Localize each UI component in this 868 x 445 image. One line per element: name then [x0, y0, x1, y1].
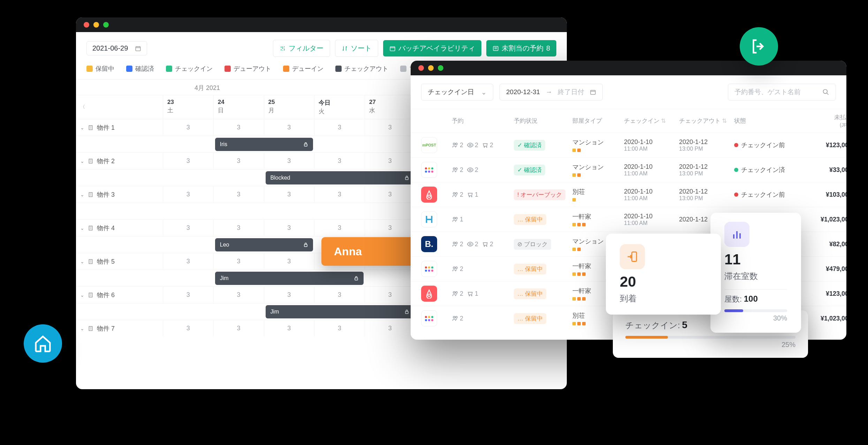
availability-count[interactable]: 3: [314, 152, 365, 169]
svg-rect-5: [304, 144, 307, 146]
svg-point-31: [456, 242, 457, 244]
status-badge: … 保留中: [514, 214, 570, 225]
svg-point-21: [470, 144, 471, 146]
availability-count[interactable]: 3: [264, 219, 315, 236]
date-picker[interactable]: 2021-06-29: [86, 41, 147, 55]
availability-count[interactable]: 3: [214, 119, 264, 136]
svg-point-39: [456, 316, 457, 318]
property-row-header[interactable]: ⌄ 物件 6: [76, 286, 163, 303]
lock-icon: [303, 142, 308, 147]
reservation-bar[interactable]: Jim: [215, 272, 364, 285]
availability-count[interactable]: 3: [214, 253, 264, 270]
checkin-time: 2020-1-1011:00 AM: [624, 213, 676, 226]
sort-button[interactable]: ソート: [335, 40, 378, 57]
svg-point-34: [456, 267, 457, 269]
stat-card-arrivals: 20 到着: [606, 234, 721, 315]
availability-count[interactable]: 3: [214, 286, 264, 303]
availability-count[interactable]: 3: [365, 152, 416, 169]
reservation-bar[interactable]: Leo: [215, 238, 313, 251]
availability-count[interactable]: 3: [214, 186, 264, 203]
property-row-header[interactable]: ⌄ 物件 2: [76, 152, 163, 169]
calendar-toolbar: 2021-06-29 フィルター ソート バッチアベイラビリティ 未割当の予約 …: [76, 32, 567, 62]
availability-count[interactable]: 3: [163, 219, 214, 236]
availability-count[interactable]: 3: [163, 152, 214, 169]
checkin-type-select[interactable]: チェックイン日 ⌄: [421, 84, 493, 100]
availability-count[interactable]: 3: [163, 253, 214, 270]
availability-count[interactable]: 3: [264, 253, 315, 270]
legend-item: チェックイン: [166, 65, 213, 73]
availability-count[interactable]: 3: [214, 219, 264, 236]
availability-count[interactable]: 3: [365, 286, 416, 303]
availability-count[interactable]: 3: [365, 320, 416, 337]
unassigned-button[interactable]: 未割当の予約 8: [486, 40, 556, 56]
reservation-bar[interactable]: Jim: [266, 305, 414, 318]
reservation-row[interactable]: mPOST 222 ✓ 確認済 マンション 2020-1-1011:00 AM …: [411, 133, 846, 157]
status-badge: ⊘ ブロック: [514, 239, 570, 250]
svg-point-18: [823, 90, 828, 94]
svg-point-22: [453, 168, 455, 169]
day-header: 今日火: [314, 95, 365, 119]
availability-count[interactable]: 3: [365, 219, 416, 236]
availability-count[interactable]: 3: [365, 186, 416, 203]
availability-count[interactable]: 3: [314, 320, 365, 337]
availability-count[interactable]: 3: [365, 119, 416, 136]
checkin-time: 2020-1-1011:00 AM: [624, 188, 676, 202]
property-row-header[interactable]: ⌄ 物件 5: [76, 253, 163, 270]
legend-item: デューアウト: [224, 65, 271, 73]
svg-point-37: [456, 292, 457, 293]
availability-count[interactable]: 3: [314, 119, 365, 136]
guest-icons: 22: [452, 166, 511, 174]
availability-count[interactable]: 3: [314, 219, 365, 236]
availability-count[interactable]: 3: [314, 186, 365, 203]
status-badge: ✓ 確認済: [514, 165, 570, 175]
unpaid-amount: ¥103,000: [800, 191, 846, 198]
batch-availability-button[interactable]: バッチアベイラビリティ: [383, 40, 481, 56]
property-row-header[interactable]: ⌄ 物件 3: [76, 186, 163, 203]
availability-count[interactable]: 3: [163, 119, 214, 136]
reservation-bar[interactable]: Blocked: [266, 171, 414, 184]
availability-count[interactable]: 3: [264, 119, 315, 136]
property-row-header[interactable]: ⌄ 物件 7: [76, 320, 163, 337]
availability-count[interactable]: 3: [264, 286, 315, 303]
prev-icon[interactable]: 〈: [80, 104, 85, 110]
status-badge: … 保留中: [514, 313, 570, 324]
svg-point-30: [453, 242, 455, 244]
state: チェックイン前: [734, 190, 797, 199]
day-header: 27水: [365, 95, 416, 119]
svg-point-24: [470, 169, 471, 171]
date-range-picker[interactable]: 2020-12-31 → 終了日付: [500, 84, 603, 100]
guest-icons: 1: [452, 216, 511, 223]
reservation-bar[interactable]: Iris: [215, 138, 313, 151]
platform-icon: [421, 211, 449, 227]
search-input[interactable]: 予約番号、ゲスト名前: [728, 84, 836, 100]
availability-count[interactable]: 3: [264, 152, 315, 169]
search-icon: [822, 89, 829, 96]
svg-point-35: [428, 294, 431, 296]
availability-count[interactable]: 3: [163, 286, 214, 303]
day-header: 25月: [264, 95, 315, 119]
availability-count[interactable]: 3: [264, 186, 315, 203]
window-chrome: [411, 61, 846, 75]
reservation-row[interactable]: 21 ! オーバーブック 別荘 2020-1-1011:00 AM 2020-1…: [411, 182, 846, 207]
sort-checkout[interactable]: チェックアウト⇅: [679, 117, 731, 125]
bars-icon: [724, 222, 749, 247]
platform-icon: [421, 187, 449, 203]
unpaid-amount: ¥479,000: [800, 265, 846, 273]
platform-icon: B.: [421, 236, 449, 252]
property-row-header[interactable]: ⌄ 物件 4: [76, 219, 163, 236]
availability-count[interactable]: 3: [214, 320, 264, 337]
availability-count[interactable]: 3: [214, 152, 264, 169]
checkin-time: 2020-1-1011:00 AM: [624, 163, 676, 177]
availability-count[interactable]: 3: [163, 186, 214, 203]
platform-icon: mPOST: [421, 137, 449, 153]
sort-checkin[interactable]: チェックイン⇅: [624, 117, 676, 125]
svg-rect-1: [390, 46, 395, 51]
reservation-row[interactable]: 22 ✓ 確認済 マンション 2020-1-1011:00 AM 2020-1-…: [411, 157, 846, 182]
availability-count[interactable]: 3: [314, 286, 365, 303]
property-row-header[interactable]: ⌄ 物件 1: [76, 119, 163, 136]
platform-icon: [421, 286, 449, 302]
checkin-time: 2020-1-1011:00 AM: [624, 138, 676, 152]
availability-count[interactable]: 3: [264, 320, 315, 337]
availability-count[interactable]: 3: [163, 320, 214, 337]
filter-button[interactable]: フィルター: [273, 40, 330, 57]
